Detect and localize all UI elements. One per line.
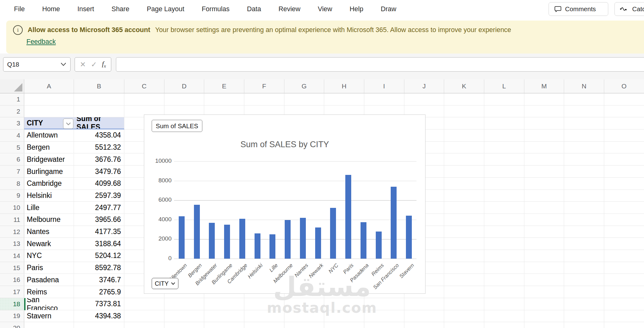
cell-N19[interactable] [564, 310, 604, 322]
cell-O5[interactable] [604, 142, 644, 154]
cell-M3[interactable] [524, 117, 564, 129]
cell-K4[interactable] [444, 129, 484, 142]
cell-B8[interactable]: 4099.68 [74, 178, 124, 190]
cell-A13[interactable]: Newark [24, 238, 74, 250]
cell-M5[interactable] [524, 142, 564, 154]
column-header-F[interactable]: F [244, 79, 284, 93]
cell-B7[interactable]: 3479.76 [74, 166, 124, 178]
cell-C20[interactable] [124, 322, 164, 328]
cell-L13[interactable] [484, 238, 524, 250]
cell-M18[interactable] [524, 298, 564, 310]
cell-E18[interactable] [204, 298, 244, 310]
cell-I1[interactable] [364, 93, 404, 105]
row-header-18[interactable]: 18 [0, 298, 24, 310]
cell-B3[interactable]: Sum of SALES [74, 117, 124, 129]
cell-L10[interactable] [484, 202, 524, 214]
row-header-7[interactable]: 7 [0, 166, 24, 178]
row-header-14[interactable]: 14 [0, 250, 24, 262]
cell-K19[interactable] [444, 310, 484, 322]
name-box[interactable]: Q18 [3, 57, 71, 72]
cell-N2[interactable] [564, 105, 604, 118]
cell-H20[interactable] [324, 322, 364, 328]
cell-L16[interactable] [484, 274, 524, 286]
cell-C18[interactable] [124, 298, 164, 310]
cell-N6[interactable] [564, 154, 604, 166]
comments-button[interactable]: Comments [549, 2, 608, 16]
row-header-4[interactable]: 4 [0, 129, 24, 142]
cell-L4[interactable] [484, 129, 524, 142]
cell-B2[interactable] [74, 105, 124, 118]
cell-G1[interactable] [284, 93, 324, 105]
cell-L3[interactable] [484, 117, 524, 129]
cell-N16[interactable] [564, 274, 604, 286]
menu-tab-formulas[interactable]: Formulas [202, 5, 230, 13]
cell-G20[interactable] [284, 322, 324, 328]
cell-N5[interactable] [564, 142, 604, 154]
row-header-17[interactable]: 17 [0, 286, 24, 298]
cell-L12[interactable] [484, 226, 524, 238]
row-header-11[interactable]: 11 [0, 214, 24, 226]
cell-K12[interactable] [444, 226, 484, 238]
cell-N18[interactable] [564, 298, 604, 310]
cell-O15[interactable] [604, 262, 644, 274]
confirm-icon[interactable]: ✓ [91, 60, 97, 69]
cell-N11[interactable] [564, 214, 604, 226]
cell-C19[interactable] [124, 310, 164, 322]
cell-M6[interactable] [524, 154, 564, 166]
cell-O7[interactable] [604, 166, 644, 178]
cell-N20[interactable] [564, 322, 604, 328]
cell-L5[interactable] [484, 142, 524, 154]
cell-B16[interactable]: 3746.7 [74, 274, 124, 286]
row-header-9[interactable]: 9 [0, 190, 24, 202]
cell-K11[interactable] [444, 214, 484, 226]
cell-A6[interactable]: Bridgewater [24, 154, 74, 166]
cell-O16[interactable] [604, 274, 644, 286]
cell-J19[interactable] [404, 310, 444, 322]
cell-O18[interactable] [604, 298, 644, 310]
column-header-C[interactable]: C [124, 79, 164, 93]
cell-O11[interactable] [604, 214, 644, 226]
cell-I18[interactable] [364, 298, 404, 310]
select-all-corner[interactable] [0, 79, 24, 93]
cell-K6[interactable] [444, 154, 484, 166]
cell-N15[interactable] [564, 262, 604, 274]
cell-L8[interactable] [484, 178, 524, 190]
cell-M14[interactable] [524, 250, 564, 262]
cell-A19[interactable]: Stavern [24, 310, 74, 322]
cell-B4[interactable]: 4358.04 [74, 129, 124, 142]
cell-B20[interactable] [74, 322, 124, 328]
cancel-icon[interactable]: ✕ [80, 60, 86, 69]
column-header-H[interactable]: H [324, 79, 364, 93]
cell-B9[interactable]: 2597.39 [74, 190, 124, 202]
cell-N3[interactable] [564, 117, 604, 129]
cell-N14[interactable] [564, 250, 604, 262]
cell-K1[interactable] [444, 93, 484, 105]
row-header-16[interactable]: 16 [0, 274, 24, 286]
cell-O4[interactable] [604, 129, 644, 142]
cell-E20[interactable] [204, 322, 244, 328]
row-header-1[interactable]: 1 [0, 93, 24, 105]
cell-L20[interactable] [484, 322, 524, 328]
column-header-N[interactable]: N [564, 79, 604, 93]
cell-O10[interactable] [604, 202, 644, 214]
row-header-15[interactable]: 15 [0, 262, 24, 274]
cell-N17[interactable] [564, 286, 604, 298]
cell-A18[interactable]: San Francisco [24, 298, 74, 310]
cell-K14[interactable] [444, 250, 484, 262]
cell-D20[interactable] [164, 322, 205, 328]
cell-K10[interactable] [444, 202, 484, 214]
cell-A5[interactable]: Bergen [24, 142, 74, 154]
cell-M13[interactable] [524, 238, 564, 250]
column-header-B[interactable]: B [74, 79, 124, 93]
cell-M16[interactable] [524, 274, 564, 286]
row-header-8[interactable]: 8 [0, 178, 24, 190]
cell-M12[interactable] [524, 226, 564, 238]
cell-O8[interactable] [604, 178, 644, 190]
feedback-link[interactable]: Feedback [26, 38, 56, 46]
cell-N13[interactable] [564, 238, 604, 250]
cell-K18[interactable] [444, 298, 484, 310]
cell-K13[interactable] [444, 238, 484, 250]
cell-A16[interactable]: Pasadena [24, 274, 74, 286]
cell-N10[interactable] [564, 202, 604, 214]
cell-M10[interactable] [524, 202, 564, 214]
